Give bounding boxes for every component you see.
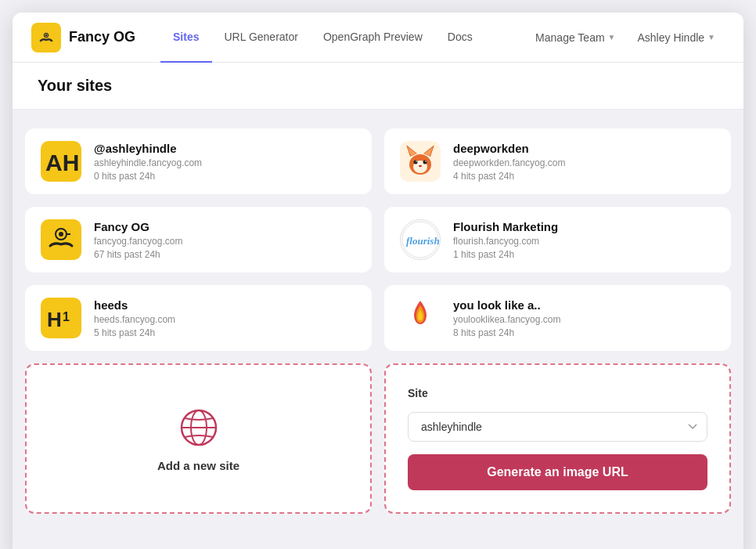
app-window: Fancy OG Sites URL Generator OpenGraph P… bbox=[13, 13, 743, 549]
globe-icon bbox=[177, 406, 221, 450]
logo[interactable]: Fancy OG bbox=[31, 23, 135, 52]
nav-item-opengraph-preview[interactable]: OpenGraph Preview bbox=[311, 13, 435, 63]
site-hits: 1 hits past 24h bbox=[453, 249, 558, 260]
generate-url-button[interactable]: Generate an image URL bbox=[408, 454, 707, 490]
svg-text:AH: AH bbox=[45, 150, 78, 175]
nav-item-url-generator[interactable]: URL Generator bbox=[212, 13, 311, 63]
site-domain: ashleyhindle.fancyog.com bbox=[94, 157, 202, 168]
site-domain: flourish.fancyog.com bbox=[453, 236, 558, 247]
svg-point-14 bbox=[425, 161, 427, 162]
svg-text:flourish: flourish bbox=[406, 235, 439, 247]
site-info-ashleyhindle: @ashleyhindle ashleyhindle.fancyog.com 0… bbox=[94, 142, 202, 182]
site-hits: 5 hits past 24h bbox=[94, 327, 175, 338]
url-gen-select-wrapper: ashleyhindle deepworkden fancyog flouris… bbox=[408, 412, 707, 442]
site-info-deepworkden: deepworkden deepworkden.fancyog.com 4 hi… bbox=[453, 142, 565, 182]
manage-team-chevron-icon: ▼ bbox=[608, 33, 616, 42]
site-hits: 67 hits past 24h bbox=[94, 249, 182, 260]
svg-point-12 bbox=[423, 161, 427, 164]
svg-point-17 bbox=[59, 232, 63, 237]
manage-team-dropdown[interactable]: Manage Team ▼ bbox=[526, 13, 625, 63]
site-icon-fancyog bbox=[41, 219, 81, 260]
site-card-deepworkden[interactable]: deepworkden deepworkden.fancyog.com 4 hi… bbox=[384, 128, 731, 194]
site-card-flourish[interactable]: flourish Flourish Marketing flourish.fan… bbox=[384, 207, 731, 273]
nav-item-docs[interactable]: Docs bbox=[435, 13, 485, 63]
site-domain: deepworkden.fancyog.com bbox=[453, 157, 565, 168]
nav-right: Manage Team ▼ Ashley Hindle ▼ bbox=[526, 13, 725, 63]
add-site-card[interactable]: Add a new site bbox=[25, 363, 372, 514]
site-card-fancyog[interactable]: Fancy OG fancyog.fancyog.com 67 hits pas… bbox=[25, 207, 372, 273]
manage-team-label: Manage Team bbox=[535, 31, 604, 44]
site-hits: 0 hits past 24h bbox=[94, 171, 202, 182]
svg-text:H: H bbox=[47, 308, 62, 331]
url-gen-site-label: Site bbox=[408, 387, 707, 399]
svg-point-15 bbox=[419, 165, 422, 167]
site-icon-ashleyhindle: AH bbox=[41, 141, 81, 182]
site-card-ashleyhindle[interactable]: AH @ashleyhindle ashleyhindle.fancyog.co… bbox=[25, 128, 372, 194]
site-icon-deepworkden bbox=[400, 141, 441, 182]
site-name: deepworkden bbox=[453, 142, 565, 155]
user-dropdown[interactable]: Ashley Hindle ▼ bbox=[628, 13, 725, 63]
logo-icon bbox=[31, 23, 61, 52]
header: Fancy OG Sites URL Generator OpenGraph P… bbox=[13, 13, 743, 63]
site-domain: youlooklikea.fancyog.com bbox=[453, 314, 560, 325]
svg-text:1: 1 bbox=[63, 310, 70, 323]
site-icon-flourish: flourish bbox=[400, 219, 441, 260]
content-area: AH @ashleyhindle ashleyhindle.fancyog.co… bbox=[13, 110, 743, 533]
site-name: Fancy OG bbox=[94, 220, 182, 233]
site-icon-youlooklikea bbox=[400, 298, 441, 338]
site-info-flourish: Flourish Marketing flourish.fancyog.com … bbox=[453, 220, 558, 260]
site-name: Flourish Marketing bbox=[453, 220, 558, 233]
site-name: @ashleyhindle bbox=[94, 142, 202, 155]
url-gen-site-select[interactable]: ashleyhindle deepworkden fancyog flouris… bbox=[408, 412, 707, 442]
page-title: Your sites bbox=[38, 77, 718, 95]
site-card-heeds[interactable]: H 1 heeds heeds.fancyog.com 5 hits past … bbox=[25, 285, 372, 351]
bottom-row: Add a new site Site ashleyhindle deepwor… bbox=[25, 363, 731, 514]
site-name: you look like a.. bbox=[453, 298, 560, 312]
svg-point-2 bbox=[45, 34, 48, 36]
main-nav: Sites URL Generator OpenGraph Preview Do… bbox=[160, 13, 501, 63]
site-card-youlooklikea[interactable]: you look like a.. youlooklikea.fancyog.c… bbox=[384, 285, 731, 351]
site-info-heeds: heeds heeds.fancyog.com 5 hits past 24h bbox=[94, 298, 175, 338]
site-name: heeds bbox=[94, 298, 175, 312]
user-dropdown-chevron-icon: ▼ bbox=[707, 33, 715, 42]
site-info-youlooklikea: you look like a.. youlooklikea.fancyog.c… bbox=[453, 298, 560, 338]
site-domain: fancyog.fancyog.com bbox=[94, 236, 182, 247]
site-info-fancyog: Fancy OG fancyog.fancyog.com 67 hits pas… bbox=[94, 220, 182, 260]
site-domain: heeds.fancyog.com bbox=[94, 314, 175, 325]
svg-point-13 bbox=[416, 161, 417, 162]
site-hits: 4 hits past 24h bbox=[453, 171, 565, 182]
section-title-bar: Your sites bbox=[13, 63, 743, 110]
nav-item-sites[interactable]: Sites bbox=[160, 13, 211, 63]
add-site-label: Add a new site bbox=[157, 459, 239, 472]
logo-text: Fancy OG bbox=[69, 29, 135, 45]
site-icon-heeds: H 1 bbox=[41, 298, 81, 338]
url-generator-card: Site ashleyhindle deepworkden fancyog fl… bbox=[384, 363, 731, 514]
site-hits: 8 hits past 24h bbox=[453, 327, 560, 338]
sites-grid: AH @ashleyhindle ashleyhindle.fancyog.co… bbox=[25, 128, 731, 351]
user-name-label: Ashley Hindle bbox=[637, 31, 704, 44]
svg-point-11 bbox=[414, 161, 418, 164]
